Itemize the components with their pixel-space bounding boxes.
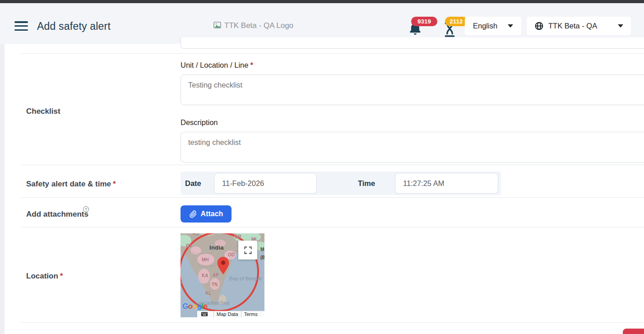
- row-divider: [21, 53, 644, 54]
- description-input[interactable]: testing checklist: [181, 132, 644, 162]
- row-divider: [21, 165, 644, 165]
- map-region-label: RJ: [193, 233, 199, 236]
- danger-action-button[interactable]: [623, 329, 644, 334]
- google-logo[interactable]: Google: [182, 302, 208, 311]
- datetime-section-label: Safety alert date & time*: [26, 180, 116, 189]
- map-data-link[interactable]: Map Data: [217, 311, 238, 317]
- time-label: Time: [358, 179, 375, 188]
- required-asterisk: *: [113, 180, 116, 188]
- row-divider: [21, 322, 644, 323]
- map-region-label: BR: [235, 234, 241, 239]
- attachments-section-label: Add attachments: [26, 210, 88, 219]
- google-letter: g: [197, 302, 202, 311]
- notification-count-badge: 9319: [411, 17, 437, 26]
- map-edge-fragment: My: [260, 247, 264, 252]
- map-region-label: KL: [205, 291, 211, 296]
- page-title: Add safety alert: [37, 20, 111, 32]
- attribution-separator: [213, 311, 214, 317]
- map-edge-fragment: a: [181, 280, 182, 285]
- form-card: Checklist Unit / Location / Line* Testin…: [5, 44, 644, 334]
- map-region-label: KA: [202, 273, 208, 278]
- map-country-label: India: [209, 244, 224, 251]
- google-letter: o: [193, 302, 197, 311]
- required-asterisk: *: [250, 61, 253, 69]
- date-label: Date: [185, 179, 201, 188]
- clipped-field[interactable]: [181, 37, 644, 49]
- map-edge-fragment: (B: [260, 255, 264, 260]
- unit-location-line-label: Unit / Location / Line*: [181, 61, 253, 70]
- chevron-down-icon: [508, 24, 513, 28]
- checklist-section-label: Checklist: [26, 107, 60, 116]
- attribution-separator: [241, 311, 241, 317]
- language-label: English: [473, 22, 497, 30]
- attach-button-label: Attach: [201, 210, 223, 218]
- org-label: TTK Beta - QA: [548, 22, 597, 30]
- row-divider: [21, 197, 644, 198]
- google-letter: G: [182, 302, 188, 311]
- terms-link[interactable]: Terms: [244, 311, 258, 317]
- fullscreen-icon: [244, 246, 252, 255]
- google-letter: o: [188, 302, 193, 311]
- location-section-label: Location*: [26, 272, 63, 281]
- attach-button[interactable]: Attach: [181, 205, 232, 223]
- description-label: Description: [181, 118, 218, 127]
- map-marker-icon[interactable]: [217, 257, 229, 274]
- info-icon[interactable]: ?: [83, 206, 89, 212]
- required-asterisk: *: [60, 272, 63, 280]
- menu-icon[interactable]: [14, 21, 28, 31]
- time-input[interactable]: [395, 173, 498, 194]
- app-logo: TTK Beta - QA Logo: [213, 21, 293, 30]
- date-input[interactable]: [214, 173, 317, 194]
- map-region-label: TN: [212, 282, 218, 287]
- map-fullscreen-button[interactable]: [238, 241, 257, 260]
- unit-location-line-input[interactable]: Testing checklist: [181, 74, 644, 105]
- location-map[interactable]: RJ GJ BR ML OD MH KA AP TN KL My (B a In…: [181, 233, 264, 317]
- globe-icon: [534, 21, 544, 31]
- chevron-down-icon: [618, 24, 623, 28]
- browser-top-strip: [0, 0, 644, 3]
- pending-count-badge: 2112: [445, 17, 468, 26]
- page: Add safety alert TTK Beta - QA Logo 9319…: [0, 0, 644, 334]
- logo-alt-text: TTK Beta - QA Logo: [224, 21, 293, 30]
- keyboard-icon[interactable]: [201, 312, 208, 316]
- org-selector[interactable]: TTK Beta - QA: [527, 17, 631, 35]
- map-attribution-bar: Map Data Terms: [197, 311, 264, 317]
- map-region-label: GJ: [186, 243, 192, 248]
- google-letter: e: [204, 302, 208, 311]
- map-sea-label: Bay of Bengal: [229, 276, 262, 281]
- paperclip-icon: [189, 210, 197, 218]
- map-region-label: MH: [202, 257, 209, 262]
- broken-image-icon: [213, 22, 222, 30]
- language-selector[interactable]: English: [465, 17, 521, 35]
- row-divider: [21, 227, 644, 227]
